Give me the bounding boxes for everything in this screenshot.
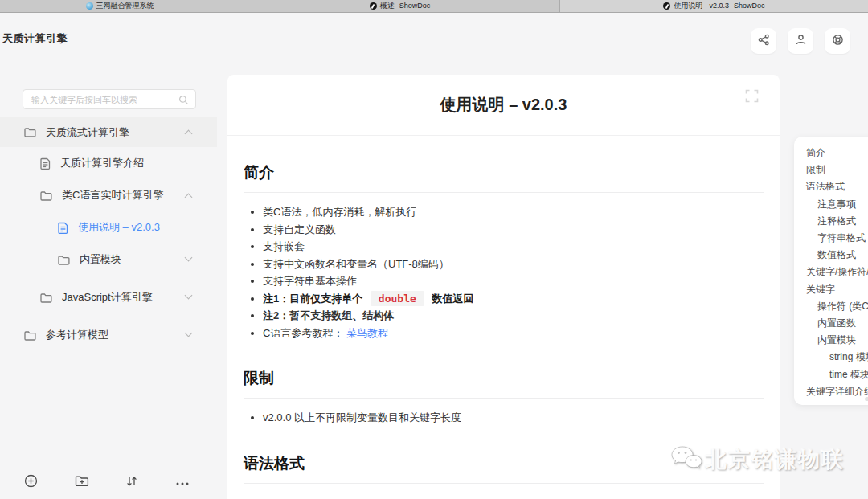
document-title: 使用说明 – v2.0.3 xyxy=(227,75,780,116)
sort-arrows-icon xyxy=(125,475,138,490)
section-heading-intro: 简介 xyxy=(244,162,764,193)
sidebar: 天质流式计算引擎 天质计算引擎介绍 类C语言实时计算引擎 使用说明 – v2.0… xyxy=(0,74,217,499)
toc-item-syntax[interactable]: 语法格式 xyxy=(806,178,868,195)
folder-icon xyxy=(40,292,52,303)
sort-button[interactable] xyxy=(125,475,138,490)
folder-icon xyxy=(58,255,70,265)
tree-item-label: JavaScript计算引擎 xyxy=(62,290,153,305)
list-item-note1: 注1：目前仅支持单个 double 数值返回 xyxy=(263,290,764,308)
title-divider xyxy=(227,135,780,136)
list-item: 类C语法，低内存消耗，解析执行 xyxy=(263,203,764,221)
chevron-up-icon[interactable] xyxy=(185,130,193,138)
toc-item-time-module[interactable]: time 模块 xyxy=(806,366,868,383)
chevron-down-icon[interactable] xyxy=(185,254,193,262)
document-icon xyxy=(40,157,51,170)
list-item: 支持字符串基本操作 xyxy=(263,272,764,290)
list-item: v2.0.0 以上不再限制变量数目和关键字长度 xyxy=(263,409,764,427)
browser-tab-2[interactable]: 概述--ShowDoc xyxy=(240,0,560,12)
browser-tab-3[interactable]: 使用说明 - v2.0.3--ShowDoc xyxy=(560,0,868,12)
search-box xyxy=(23,89,196,109)
page-title: 天质计算引擎 xyxy=(2,31,68,46)
document-tree: 天质流式计算引擎 天质计算引擎介绍 类C语言实时计算引擎 使用说明 – v2.0… xyxy=(0,117,217,351)
browser-tab-title: 概述--ShowDoc xyxy=(380,1,431,11)
add-page-button[interactable] xyxy=(24,474,38,490)
user-button[interactable] xyxy=(788,28,813,54)
settings-button[interactable] xyxy=(825,28,850,54)
toc-item-strings[interactable]: 字符串格式 xyxy=(806,230,868,247)
toc-scrollbar[interactable] xyxy=(865,397,868,401)
share-button[interactable] xyxy=(751,28,776,54)
tree-item-builtin-modules[interactable]: 内置模块 xyxy=(0,243,217,276)
settings-icon xyxy=(832,34,844,48)
code-chip: double xyxy=(371,291,424,306)
list-item-note2: 注2：暂不支持数组、结构体 xyxy=(263,307,764,325)
more-button[interactable] xyxy=(175,477,190,489)
showdoc-favicon xyxy=(663,2,670,10)
toc-item-comments[interactable]: 注释格式 xyxy=(806,213,868,230)
note1-suffix: 数值返回 xyxy=(432,292,473,305)
plus-circle-icon xyxy=(24,474,38,490)
tree-item-label: 天质计算引擎介绍 xyxy=(60,156,144,170)
folder-icon xyxy=(24,127,36,137)
section-heading-limits: 限制 xyxy=(244,368,764,399)
toc-item-intro[interactable]: 简介 xyxy=(806,145,868,162)
browser-tab-title: 三网融合管理系统 xyxy=(96,1,154,11)
list-item: 支持中文函数名和变量名（UTF-8编码） xyxy=(263,256,764,273)
toc-item-keyword-details[interactable]: 关键字详细介绍 xyxy=(806,383,868,400)
list-item: 支持自定义函数 xyxy=(263,221,764,239)
browser-tab-1[interactable]: 三网融合管理系统 xyxy=(0,0,240,12)
note1-text: 注1：目前仅支持单个 xyxy=(263,292,362,305)
toc-item-builtin-modules[interactable]: 内置模块 xyxy=(806,332,868,349)
tutorial-link[interactable]: 菜鸟教程 xyxy=(346,327,388,339)
document-card: 使用说明 – v2.0.3 简介 类C语法，低内存消耗，解析执行 支持自定义函数… xyxy=(227,75,780,499)
document-body: 简介 类C语法，低内存消耗，解析执行 支持自定义函数 支持嵌套 支持中文函数名和… xyxy=(227,162,780,499)
list-item-tutorial: C语言参考教程： 菜鸟教程 xyxy=(263,325,764,342)
limits-list: v2.0.0 以上不再限制变量数目和关键字长度 xyxy=(244,409,764,427)
fullscreen-icon xyxy=(745,93,759,105)
share-icon xyxy=(758,34,770,48)
folder-icon xyxy=(24,330,36,341)
chevron-down-icon[interactable] xyxy=(185,292,193,300)
user-icon xyxy=(795,34,807,48)
tree-item-label: 参考计算模型 xyxy=(46,328,108,342)
tree-item-stream-engine[interactable]: 天质流式计算引擎 xyxy=(0,117,217,147)
globe-favicon xyxy=(86,2,93,10)
fullscreen-button[interactable] xyxy=(745,89,759,105)
document-icon xyxy=(58,222,68,234)
tree-item-label: 类C语言实时计算引擎 xyxy=(62,188,163,202)
toc-item-keywords[interactable]: 关键字 xyxy=(806,281,868,298)
search-icon xyxy=(178,94,189,108)
toc-item-keywords-ops[interactable]: 关键字/操作符/内置 xyxy=(806,264,868,280)
showdoc-favicon xyxy=(370,2,377,10)
intro-list: 类C语法，低内存消耗，解析执行 支持自定义函数 支持嵌套 支持中文函数名和变量名… xyxy=(244,203,764,342)
folder-icon xyxy=(40,190,52,201)
tutorial-text: C语言参考教程： xyxy=(263,327,343,339)
tree-item-reference-models[interactable]: 参考计算模型 xyxy=(0,319,217,351)
chevron-up-icon[interactable] xyxy=(185,194,193,202)
toc-item-builtin-funcs[interactable]: 内置函数 xyxy=(806,315,868,332)
section-heading-syntax: 语法格式 xyxy=(244,453,764,484)
add-folder-button[interactable] xyxy=(75,475,89,489)
search-input[interactable] xyxy=(23,89,196,109)
tree-item-javascript-engine[interactable]: JavaScript计算引擎 xyxy=(0,281,217,313)
chevron-down-icon[interactable] xyxy=(185,329,193,337)
toc-item-notes[interactable]: 注意事项 xyxy=(806,196,868,213)
sidebar-toolbar xyxy=(0,470,217,499)
toc-item-numbers[interactable]: 数值格式 xyxy=(806,247,868,264)
tree-item-c-like-engine[interactable]: 类C语言实时计算引擎 xyxy=(0,179,217,211)
tree-item-engine-intro[interactable]: 天质计算引擎介绍 xyxy=(0,147,217,179)
list-item: 支持嵌套 xyxy=(263,238,764,256)
tree-item-label: 天质流式计算引擎 xyxy=(46,125,129,140)
tree-item-usage-doc[interactable]: 使用说明 – v2.0.3 xyxy=(0,211,217,243)
browser-tab-title: 使用说明 - v2.0.3--ShowDoc xyxy=(674,1,764,11)
header-actions xyxy=(751,28,850,54)
tree-item-label: 内置模块 xyxy=(80,252,121,267)
toc-item-string-module[interactable]: string 模块 xyxy=(806,349,868,366)
ellipsis-icon xyxy=(175,477,190,489)
folder-plus-icon xyxy=(75,475,89,489)
browser-tab-bar: 三网融合管理系统 概述--ShowDoc 使用说明 - v2.0.3--Show… xyxy=(0,0,868,13)
toc-panel: 简介 限制 语法格式 注意事项 注释格式 字符串格式 数值格式 关键字/操作符/… xyxy=(794,137,868,405)
toc-item-operators[interactable]: 操作符 (类C) xyxy=(806,298,868,315)
tree-item-label: 使用说明 – v2.0.3 xyxy=(78,220,160,235)
toc-item-limits[interactable]: 限制 xyxy=(806,162,868,178)
